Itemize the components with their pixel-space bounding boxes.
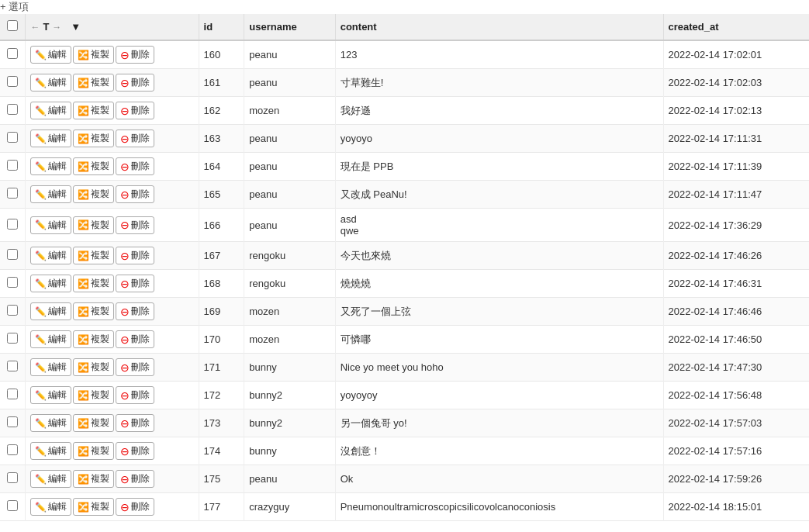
table-row: ✏️ 編輯 🔀 複製 ⊖ 刪除 170mozen可憐哪2022-02-14 17… [0,326,809,354]
row-checkbox-cell [0,242,26,270]
row-checkbox-cell [0,125,26,153]
table-row: ✏️ 編輯 🔀 複製 ⊖ 刪除 172bunny2yoyoyoy2022-02-… [0,382,809,409]
delete-button[interactable]: ⊖ 刪除 [116,216,154,234]
row-checkbox[interactable] [7,444,18,455]
edit-button[interactable]: ✏️ 編輯 [30,247,71,264]
row-checkbox[interactable] [7,104,18,115]
table-row: ✏️ 編輯 🔀 複製 ⊖ 刪除 167rengoku今天也來燒2022-02-1… [0,242,809,270]
row-checkbox[interactable] [7,333,18,344]
edit-button[interactable]: ✏️ 編輯 [30,185,71,203]
edit-button[interactable]: ✏️ 編輯 [30,102,71,119]
copy-button[interactable]: 🔀 複製 [73,247,114,264]
row-actions-cell: ✏️ 編輯 🔀 複製 ⊖ 刪除 [26,153,199,181]
top-bar: + 選項 [0,0,809,14]
copy-button[interactable]: 🔀 複製 [73,498,114,516]
edit-button[interactable]: ✏️ 編輯 [30,46,71,64]
delete-button[interactable]: ⊖ 刪除 [116,185,154,203]
copy-button[interactable]: 🔀 複製 [73,46,114,64]
table-row: ✏️ 編輯 🔀 複製 ⊖ 刪除 177crazyguyPneumonoultra… [0,493,809,521]
add-option-link[interactable]: + 選項 [0,1,29,12]
delete-button[interactable]: ⊖ 刪除 [116,302,154,320]
row-content: 另一個兔哥 yo! [335,409,663,437]
delete-label: 刪除 [131,500,150,513]
edit-label: 編輯 [48,132,67,145]
delete-button[interactable]: ⊖ 刪除 [116,46,154,64]
copy-button[interactable]: 🔀 複製 [73,470,114,488]
row-checkbox[interactable] [7,76,18,87]
row-checkbox[interactable] [7,249,18,260]
row-content: 寸草難生! [335,69,663,97]
col-right-arrow[interactable]: → [52,22,61,33]
edit-button[interactable]: ✏️ 編輯 [30,330,71,348]
delete-button[interactable]: ⊖ 刪除 [116,102,154,119]
edit-button[interactable]: ✏️ 編輯 [30,275,71,292]
delete-button[interactable]: ⊖ 刪除 [116,247,154,264]
edit-button[interactable]: ✏️ 編輯 [30,358,71,376]
copy-button[interactable]: 🔀 複製 [73,275,114,292]
copy-button[interactable]: 🔀 複製 [73,185,114,203]
delete-button[interactable]: ⊖ 刪除 [116,414,154,432]
row-checkbox[interactable] [7,219,18,230]
row-checkbox-cell [0,409,26,437]
row-actions-cell: ✏️ 編輯 🔀 複製 ⊖ 刪除 [26,40,199,69]
row-checkbox[interactable] [7,472,18,483]
row-checkbox[interactable] [7,305,18,316]
delete-button[interactable]: ⊖ 刪除 [116,330,154,348]
row-checkbox[interactable] [7,160,18,171]
edit-button[interactable]: ✏️ 編輯 [30,302,71,320]
edit-button[interactable]: ✏️ 編輯 [30,216,71,234]
row-checkbox-cell [0,209,26,242]
edit-button[interactable]: ✏️ 編輯 [30,74,71,92]
copy-button[interactable]: 🔀 複製 [73,358,114,376]
delete-button[interactable]: ⊖ 刪除 [116,275,154,292]
delete-button[interactable]: ⊖ 刪除 [116,386,154,404]
delete-button[interactable]: ⊖ 刪除 [116,74,154,92]
header-created-at[interactable]: created_at [663,14,809,40]
delete-button[interactable]: ⊖ 刪除 [116,442,154,460]
copy-button[interactable]: 🔀 複製 [73,157,114,175]
row-checkbox[interactable] [7,500,18,511]
sort-down-icon[interactable]: ▼ [71,21,81,33]
edit-button[interactable]: ✏️ 編輯 [30,442,71,460]
row-checkbox[interactable] [7,132,18,143]
row-checkbox[interactable] [7,188,18,199]
copy-button[interactable]: 🔀 複製 [73,102,114,119]
row-actions-cell: ✏️ 編輯 🔀 複製 ⊖ 刪除 [26,326,199,354]
row-created-at: 2022-02-14 17:46:26 [663,242,809,270]
row-checkbox[interactable] [7,277,18,288]
delete-button[interactable]: ⊖ 刪除 [116,157,154,175]
header-id[interactable]: id [199,14,244,40]
copy-button[interactable]: 🔀 複製 [73,330,114,348]
table-row: ✏️ 編輯 🔀 複製 ⊖ 刪除 165peanu又改成 PeaNu!2022-0… [0,181,809,209]
row-checkbox[interactable] [7,361,18,371]
copy-button[interactable]: 🔀 複製 [73,130,114,147]
delete-button[interactable]: ⊖ 刪除 [116,358,154,376]
copy-button[interactable]: 🔀 複製 [73,302,114,320]
row-checkbox[interactable] [7,48,18,59]
edit-label: 編輯 [48,249,67,262]
header-username[interactable]: username [244,14,335,40]
row-created-at: 2022-02-14 17:57:16 [663,437,809,465]
edit-button[interactable]: ✏️ 編輯 [30,470,71,488]
copy-button[interactable]: 🔀 複製 [73,414,114,432]
copy-button[interactable]: 🔀 複製 [73,442,114,460]
copy-button[interactable]: 🔀 複製 [73,74,114,92]
edit-button[interactable]: ✏️ 編輯 [30,157,71,175]
edit-button[interactable]: ✏️ 編輯 [30,130,71,147]
delete-button[interactable]: ⊖ 刪除 [116,470,154,488]
copy-button[interactable]: 🔀 複製 [73,216,114,234]
header-content[interactable]: content [335,14,663,40]
row-checkbox[interactable] [7,416,18,427]
copy-icon: 🔀 [78,133,89,144]
delete-icon: ⊖ [120,389,130,402]
edit-button[interactable]: ✏️ 編輯 [30,414,71,432]
edit-button[interactable]: ✏️ 編輯 [30,386,71,404]
edit-button[interactable]: ✏️ 編輯 [30,498,71,516]
col-left-arrow[interactable]: ← [30,22,40,33]
row-checkbox[interactable] [7,389,18,399]
delete-label: 刪除 [131,249,150,262]
delete-button[interactable]: ⊖ 刪除 [116,498,154,516]
delete-button[interactable]: ⊖ 刪除 [116,130,154,147]
select-all-checkbox[interactable] [7,20,18,31]
copy-button[interactable]: 🔀 複製 [73,386,114,404]
